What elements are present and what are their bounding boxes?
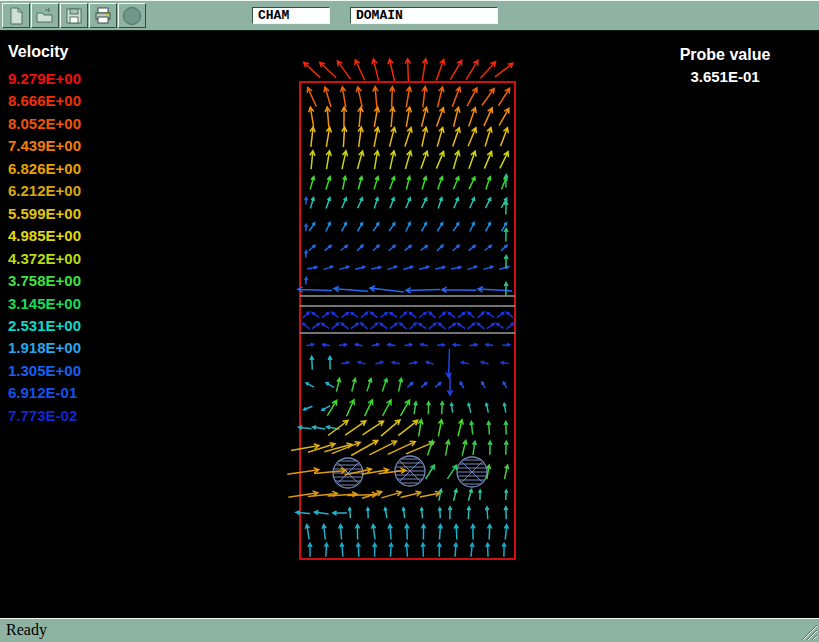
vector-arrow <box>341 323 348 329</box>
vector-arrow <box>418 420 423 437</box>
blockage-circle-hatch <box>456 460 488 484</box>
new-file-button[interactable] <box>2 3 30 28</box>
vector-arrow <box>421 383 427 388</box>
vector-arrow <box>358 177 362 190</box>
vector-arrow <box>486 343 493 346</box>
vector-arrow <box>453 223 458 231</box>
vector-arrow <box>339 343 346 346</box>
vector-arrow <box>342 151 348 169</box>
legend-title: Velocity <box>8 43 81 61</box>
vector-arrow <box>454 107 460 126</box>
vector-arrow <box>421 246 428 251</box>
vector-arrow <box>497 312 504 317</box>
vector-arrow <box>374 107 379 127</box>
vector-arrow <box>325 107 330 127</box>
vector-arrow <box>405 543 409 557</box>
vector-arrow <box>419 313 426 318</box>
vector-arrow <box>389 223 395 231</box>
vector-arrow <box>351 313 358 318</box>
vector-arrow <box>384 508 387 518</box>
vector-arrow <box>322 324 330 329</box>
vector-arrow <box>405 151 411 169</box>
run-button[interactable] <box>118 3 146 28</box>
vector-arrow <box>439 489 442 500</box>
vector-arrow <box>399 378 403 391</box>
vector-arrow <box>341 107 346 127</box>
vector-arrow <box>326 383 334 388</box>
legend-entry: 3.758E+00 <box>8 270 81 292</box>
vector-arrow <box>372 343 379 346</box>
vector-arrow <box>469 245 476 250</box>
vector-arrow <box>361 323 368 329</box>
vector-arrow <box>479 490 482 500</box>
vector-arrow <box>375 361 382 364</box>
vector-arrow <box>471 525 475 540</box>
vector-arrow <box>390 198 395 209</box>
vector-arrow <box>310 151 315 170</box>
vector-arrow <box>409 361 417 364</box>
open-file-button[interactable] <box>31 3 59 28</box>
vector-arrow <box>343 176 347 189</box>
legend-entry: 7.773E-02 <box>8 405 81 427</box>
vector-arrow <box>447 465 456 479</box>
vector-arrow <box>501 361 509 364</box>
vector-arrow <box>468 403 471 412</box>
vector-arrow <box>382 379 387 392</box>
vector-arrow <box>440 402 444 414</box>
legend-entry: 8.052E+00 <box>8 113 81 135</box>
new-document-icon <box>6 6 26 26</box>
vector-arrow <box>504 422 508 435</box>
vector-arrow <box>487 323 494 328</box>
vector-arrow <box>374 198 378 209</box>
vector-arrow <box>504 525 508 540</box>
vector-arrow <box>366 508 369 518</box>
vector-arrow <box>406 223 411 232</box>
vector-arrow <box>450 60 461 79</box>
vector-arrow <box>380 323 387 328</box>
vector-arrow <box>437 127 444 146</box>
vector-arrow <box>305 198 308 205</box>
vector-arrow <box>501 128 509 147</box>
cham-field[interactable] <box>252 7 330 24</box>
print-button[interactable] <box>89 3 117 28</box>
vector-arrow <box>477 323 484 329</box>
vector-arrow <box>390 313 397 318</box>
vector-arrow <box>299 426 312 430</box>
vector-arrow <box>438 87 444 107</box>
vector-arrow <box>309 245 315 251</box>
probe-value: 3.651E-01 <box>645 66 805 88</box>
save-button[interactable] <box>60 3 88 28</box>
domain-field[interactable] <box>350 7 498 24</box>
vector-arrow <box>358 127 363 147</box>
legend-entry: 6.212E+00 <box>8 180 81 202</box>
vector-arrow <box>401 491 421 497</box>
vector-arrow <box>309 223 314 231</box>
vector-arrow <box>370 286 404 292</box>
vector-arrow <box>467 88 477 106</box>
vector-arrow <box>504 229 508 242</box>
vector-arrow <box>381 420 400 436</box>
vector-arrow <box>358 107 363 127</box>
vector-field-plot[interactable] <box>0 31 819 618</box>
vector-arrow <box>422 177 427 190</box>
vector-arrow <box>373 87 378 108</box>
vector-arrow <box>306 343 313 346</box>
vector-arrow <box>422 59 427 81</box>
vector-arrow <box>355 343 362 346</box>
vector-arrow <box>454 525 458 540</box>
vector-arrow <box>458 323 465 328</box>
vector-arrow <box>429 323 436 329</box>
vector-arrow <box>296 511 310 515</box>
vector-arrow <box>498 88 509 106</box>
resize-grip[interactable] <box>796 619 818 641</box>
vector-arrow <box>420 508 423 518</box>
vector-arrow <box>371 312 378 317</box>
vector-arrow <box>468 312 475 318</box>
graphics-viewport[interactable]: Velocity 9.279E+008.666E+008.052E+007.43… <box>0 31 819 618</box>
vector-arrow <box>322 312 329 317</box>
vector-arrow <box>469 177 475 189</box>
vector-arrow <box>392 361 400 364</box>
toolbar <box>0 0 819 31</box>
legend-entry: 6.826E+00 <box>8 158 81 180</box>
vector-arrow <box>332 312 339 318</box>
